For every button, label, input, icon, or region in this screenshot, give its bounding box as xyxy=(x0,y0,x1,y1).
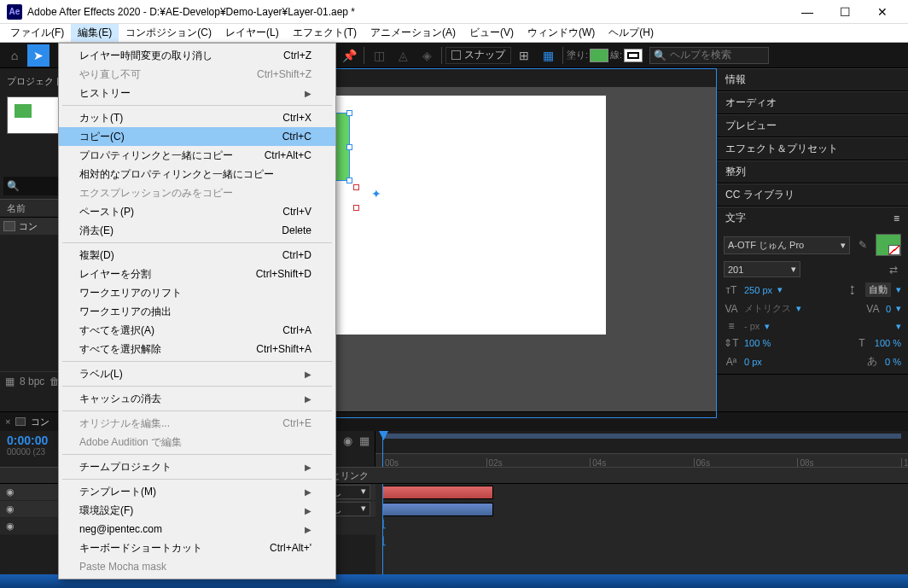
stroke-width-value[interactable]: - px xyxy=(744,321,760,331)
eyedropper-icon[interactable]: ✎ xyxy=(855,239,870,251)
edit-menu-item[interactable]: ヒストリー▶ xyxy=(59,84,335,102)
menu-エフェクト(T)[interactable]: エフェクト(T) xyxy=(286,24,364,42)
edit-menu-item[interactable]: neg@ipentec.com▶ xyxy=(59,520,335,539)
fill-swatch[interactable] xyxy=(590,49,608,62)
stroke-swatch[interactable] xyxy=(624,49,643,62)
edit-menu-item[interactable]: 複製(D)Ctrl+D xyxy=(59,246,335,265)
edit-menu-item[interactable]: ワークエリアの抽出 xyxy=(59,302,335,321)
snap-opt2-icon[interactable]: ▦ xyxy=(537,44,559,67)
close-button[interactable]: ✕ xyxy=(864,2,901,22)
minimize-button[interactable]: — xyxy=(789,2,826,22)
menu-ファイル(F)[interactable]: ファイル(F) xyxy=(3,24,71,42)
align-panel[interactable]: 整列 xyxy=(717,160,908,183)
font-family-dropdown[interactable]: A-OTF じゅん Pro▾ xyxy=(724,236,850,254)
snap-toggle[interactable]: スナップ xyxy=(445,47,511,64)
tl-motion-blur-icon[interactable]: ◉ xyxy=(343,434,352,447)
work-area-bar[interactable] xyxy=(382,434,901,439)
home-tool[interactable]: ⌂ xyxy=(3,44,26,67)
edit-menu-item[interactable]: レイヤー時間変更の取り消しCtrl+Z xyxy=(59,46,335,65)
hscale-value[interactable]: 100 % xyxy=(875,338,901,348)
edit-menu-item[interactable]: 消去(E)Delete xyxy=(59,221,335,240)
timeline-tracks[interactable]: ⎣ ⎣ xyxy=(375,484,908,574)
search-icon: 🔍 xyxy=(654,49,666,61)
layer-bar-1[interactable] xyxy=(382,486,493,499)
menu-アニメーション(A)[interactable]: アニメーション(A) xyxy=(364,24,463,42)
info-panel[interactable]: 情報 xyxy=(717,68,908,90)
edit-menu-item[interactable]: カット(T)Ctrl+X xyxy=(59,108,335,127)
edit-menu-item: エクスプレッションのみをコピー xyxy=(59,183,335,202)
fill-label: 塗り: xyxy=(567,49,588,61)
project-thumbnail[interactable] xyxy=(7,96,61,134)
menu-ウィンドウ(W)[interactable]: ウィンドウ(W) xyxy=(521,24,602,42)
maximize-button[interactable]: ☐ xyxy=(826,2,864,22)
close-tab-icon[interactable]: × xyxy=(5,416,10,427)
kerning-value[interactable]: メトリクス xyxy=(744,302,791,315)
edit-menu-item[interactable]: ラベル(L)▶ xyxy=(59,364,335,383)
edit-menu-item: やり直し不可Ctrl+Shift+Z xyxy=(59,65,335,84)
audio-panel[interactable]: オーディオ xyxy=(717,91,908,114)
leading-value[interactable]: 自動 xyxy=(865,282,891,297)
edit-menu-item[interactable]: チームプロジェクト▶ xyxy=(59,457,335,476)
edit-menu-item[interactable]: ペースト(P)Ctrl+V xyxy=(59,202,335,221)
window-title: Adobe After Effects 2020 - D:¥AE-Develop… xyxy=(27,6,355,18)
time-ruler[interactable]: 00s02s04s06s08s10s xyxy=(375,431,908,467)
kerning-icon: VA xyxy=(724,303,739,315)
font-size-value[interactable]: 250 px xyxy=(744,285,772,295)
edit-menu-item: Adobe Audition で編集 xyxy=(59,433,335,451)
edit-menu-item[interactable]: テンプレート(M)▶ xyxy=(59,482,335,501)
depth-icon[interactable]: 8 bpc xyxy=(20,376,44,387)
cclib-panel[interactable]: CC ライブラリ xyxy=(717,183,908,206)
selection-tool[interactable]: ➤ xyxy=(27,44,49,67)
playhead[interactable] xyxy=(382,431,383,467)
edit-menu-item[interactable]: ワークエリアのリフト xyxy=(59,283,335,302)
edit-menu-item[interactable]: すべてを選択解除Ctrl+Shift+A xyxy=(59,340,335,358)
preview-panel[interactable]: プレビュー xyxy=(717,114,908,137)
timeline-tab-label[interactable]: コン xyxy=(31,416,49,428)
snap-opt-icon[interactable]: ⊞ xyxy=(513,44,535,67)
track-playhead[interactable] xyxy=(382,484,383,574)
hscale-icon: T xyxy=(854,337,870,349)
panel-menu-icon[interactable]: ≡ xyxy=(893,212,899,224)
vscale-icon: ⇕T xyxy=(724,337,739,349)
tsume-value[interactable]: 0 % xyxy=(885,357,901,367)
edit-menu-item[interactable]: キーボードショートカットCtrl+Alt+' xyxy=(59,539,335,557)
tracking-value[interactable]: 0 xyxy=(886,304,891,314)
baseline-value[interactable]: 0 px xyxy=(744,357,762,367)
swap-colors-icon[interactable]: ⇄ xyxy=(886,264,901,276)
visibility-toggle[interactable]: ◉ xyxy=(5,521,15,532)
search-icon: 🔍 xyxy=(7,180,20,192)
tl-graph-icon[interactable]: ▦ xyxy=(359,434,370,447)
ruler-tick: 08s xyxy=(797,458,813,467)
menu-レイヤー(L)[interactable]: レイヤー(L) xyxy=(218,24,286,42)
edit-menu-item[interactable]: キャッシュの消去▶ xyxy=(59,389,335,408)
edit-menu-item[interactable]: 環境設定(F)▶ xyxy=(59,501,335,520)
menu-ビュー(V)[interactable]: ビュー(V) xyxy=(463,24,521,42)
anchor-point-icon[interactable]: ✦ xyxy=(371,187,381,201)
visibility-toggle[interactable]: ◉ xyxy=(5,486,15,498)
mesh-icon2: ◬ xyxy=(392,44,414,67)
edit-menu-item[interactable]: 相対的なプロパティリンクと一緒にコピー xyxy=(59,165,335,183)
font-weight-dropdown[interactable]: 201▾ xyxy=(724,261,800,277)
puppet-tool[interactable]: 📌 xyxy=(338,44,360,67)
visibility-toggle[interactable]: ◉ xyxy=(5,504,15,515)
character-panel-header[interactable]: 文字 ≡ xyxy=(717,207,908,229)
menu-編集(E)[interactable]: 編集(E) xyxy=(71,24,119,42)
fill-color-swatch[interactable] xyxy=(876,234,901,256)
menu-コンポジション(C)[interactable]: コンポジション(C) xyxy=(119,24,218,42)
mesh-icon: ◫ xyxy=(368,44,390,67)
edit-menu-dropdown: レイヤー時間変更の取り消しCtrl+Zやり直し不可Ctrl+Shift+Zヒスト… xyxy=(58,43,336,579)
baseline-icon: Aª xyxy=(724,356,739,368)
mesh-icon3: ◈ xyxy=(416,44,438,67)
edit-menu-item[interactable]: すべてを選択(A)Ctrl+A xyxy=(59,321,335,340)
help-search[interactable]: 🔍 ヘルプを検索 xyxy=(649,47,769,64)
layer-bar-2[interactable] xyxy=(382,503,493,516)
edit-menu-item: Paste Mocha mask xyxy=(59,557,335,576)
edit-menu-item[interactable]: プロパティリンクと一緒にコピーCtrl+Alt+C xyxy=(59,146,335,165)
edit-menu-item[interactable]: レイヤーを分割Ctrl+Shift+D xyxy=(59,265,335,283)
effects-panel[interactable]: エフェクト＆プリセット xyxy=(717,137,908,160)
composition-icon xyxy=(3,221,15,231)
edit-menu-item[interactable]: コピー(C)Ctrl+C xyxy=(59,127,335,146)
menu-ヘルプ(H)[interactable]: ヘルプ(H) xyxy=(602,24,661,42)
vscale-value[interactable]: 100 % xyxy=(744,338,771,348)
bin-icon[interactable]: ▦ xyxy=(5,376,15,387)
